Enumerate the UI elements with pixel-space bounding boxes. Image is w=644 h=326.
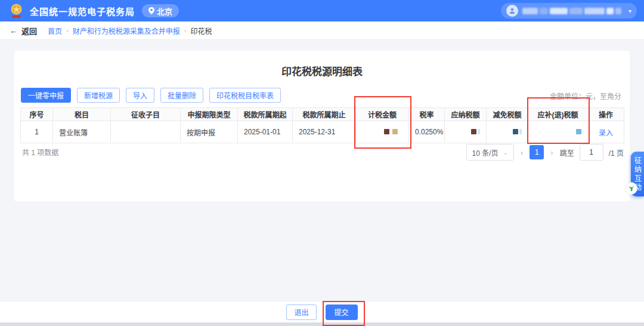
top-header-bar: 全国统一规范电子税务局 北京 ▾ (0, 0, 644, 21)
location-pin-icon (148, 7, 154, 14)
breadcrumb: 首页 › 财产和行为税税源采集及合并申报 › 印花税 (48, 26, 212, 36)
user-avatar (506, 5, 518, 17)
page-number-1[interactable]: 1 (530, 145, 544, 159)
cell-action: 录入 (588, 121, 624, 143)
col-header-action: 操作 (588, 108, 624, 121)
col-header-taxable-amount: 计税金额 (356, 108, 409, 121)
page-title: 印花税税源明细表 (14, 63, 630, 78)
cell-tax-payable (445, 121, 487, 143)
chat-widget-icon[interactable] (625, 182, 637, 195)
app-window: 全国统一规范电子税务局 北京 ▾ ← 返回 (0, 0, 644, 326)
breadcrumb-bar: ← 返回 首页 › 财产和行为税税源采集及合并申报 › 印花税 (0, 21, 644, 40)
import-button[interactable]: 导入 (126, 88, 154, 103)
col-header-tax-rate: 税率 (409, 108, 445, 121)
app-title: 全国统一规范电子税务局 (30, 5, 135, 17)
back-arrow-icon: ← (10, 26, 17, 35)
breadcrumb-home[interactable]: 首页 (48, 26, 62, 36)
col-header-tax-payable: 应纳税额 (445, 108, 487, 121)
cell-tax-due-refund (528, 121, 588, 143)
bottom-action-bar: 退出 提交 (0, 301, 644, 322)
table-header-row: 序号 税目 征收子目 申报期限类型 税款所属期起 税款所属期止 计税金额 税率 … (21, 108, 624, 121)
user-account-menu[interactable]: ▾ (501, 3, 637, 19)
prev-page-button[interactable]: ‹ (519, 148, 524, 157)
col-header-period-end: 税款所属期止 (293, 108, 356, 121)
add-tax-source-button[interactable]: 新增税源 (77, 88, 120, 103)
page-size-select[interactable]: 10 条/页 ⌄ (466, 144, 514, 161)
back-button[interactable]: ← 返回 (10, 25, 37, 36)
cell-period-start: 2025-01-01 (238, 121, 293, 143)
cell-tax-reduction (487, 121, 528, 143)
pagination: 10 条/页 ⌄ ‹ 1 › 跳至 /1 页 (466, 144, 624, 161)
col-header-period-start: 税款所属期起 (238, 108, 293, 121)
breadcrumb-collection[interactable]: 财产和行为税税源采集及合并申报 (73, 26, 180, 36)
user-name-redacted (522, 7, 624, 15)
cell-taxable-amount (356, 121, 409, 143)
cell-sub-item (111, 121, 181, 143)
cell-tax-rate: 0.0250% (409, 121, 445, 143)
person-icon (509, 7, 516, 14)
exit-button[interactable]: 退出 (286, 305, 316, 320)
rate-table-button[interactable]: 印花税税目税率表 (209, 88, 281, 103)
batch-delete-button[interactable]: 批量删除 (160, 88, 203, 103)
cell-tax-item: 营业账簿 (53, 121, 111, 143)
redacted-tax-payable (471, 129, 480, 134)
cell-period-end: 2025-12-31 (293, 121, 356, 143)
col-header-sub-item: 征收子目 (111, 108, 181, 121)
caret-down-icon: ▾ (628, 8, 631, 14)
table-summary: 共 1 项数据 (22, 145, 58, 161)
toolbar: 一键零申报 新增税源 导入 批量删除 印花税税目税率表 (21, 88, 281, 103)
enter-data-link[interactable]: 录入 (599, 129, 613, 137)
total-pages-label: /1 页 (609, 147, 624, 158)
table-row: 1 营业账簿 按期申报 2025-01-01 2025-12-31 0.0250… (21, 121, 624, 143)
col-header-tax-reduction: 减免税额 (487, 108, 528, 121)
cell-seq: 1 (21, 121, 53, 143)
cell-period-type: 按期申报 (181, 121, 238, 143)
redacted-taxable-amount (384, 129, 398, 134)
jump-page-input[interactable] (580, 144, 603, 161)
one-click-zero-declare-button[interactable]: 一键零申报 (21, 88, 71, 103)
redacted-tax-reduction (513, 129, 522, 134)
submit-button[interactable]: 提交 (326, 305, 358, 320)
breadcrumb-separator: › (66, 27, 69, 34)
breadcrumb-current: 印花税 (190, 26, 212, 36)
tax-source-table: 序号 税目 征收子目 申报期限类型 税款所属期起 税款所属期止 计税金额 税率 … (20, 107, 624, 143)
location-badge-label: 北京 (157, 5, 172, 17)
col-header-seq: 序号 (21, 108, 53, 121)
next-page-button[interactable]: › (549, 148, 554, 157)
jump-to-label: 跳至 (560, 147, 574, 158)
location-badge[interactable]: 北京 (142, 4, 179, 17)
col-header-tax-due-refund: 应补(退)税额 (528, 108, 588, 121)
tax-bureau-logo (8, 3, 24, 19)
col-header-period-type: 申报期限类型 (181, 108, 238, 121)
amount-unit-note: 金额单位：元，至角分 (550, 91, 621, 101)
stamp-tax-detail-card: 印花税税源明细表 一键零申报 新增税源 导入 批量删除 印花税税目税率表 金额单… (14, 51, 630, 201)
col-header-tax-item: 税目 (53, 108, 111, 121)
page-size-value: 10 条/页 (472, 147, 499, 158)
breadcrumb-separator: › (184, 27, 187, 34)
bottom-edge-strip (0, 322, 644, 326)
redacted-tax-due-refund (576, 129, 581, 134)
chevron-down-icon: ⌄ (503, 149, 508, 156)
back-button-label: 返回 (21, 25, 37, 36)
